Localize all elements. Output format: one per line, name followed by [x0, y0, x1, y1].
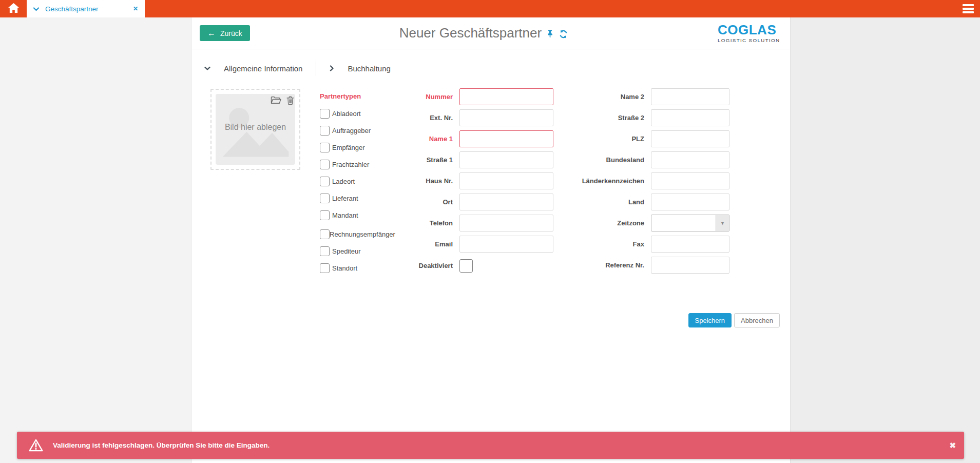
checkbox-label: Standort [332, 264, 357, 273]
field-row-name-2: Name 2 [542, 88, 729, 105]
validation-alert: Validierung ist fehlgeschlagen. Überprüf… [17, 432, 964, 459]
input-nummer[interactable] [459, 88, 553, 105]
input-name-2[interactable] [651, 88, 729, 105]
field-row-strasse-2: Straße 2 [542, 109, 729, 126]
input-strasse-2[interactable] [651, 109, 729, 126]
checkbox-standort[interactable] [320, 263, 330, 273]
field-row-zeitzone: Zeitzone ▼ [542, 215, 729, 232]
field-row-fax: Fax [542, 236, 729, 253]
checkbox-abladeort[interactable] [320, 109, 330, 119]
section-headers: Allgemeine Information Buchhaltung [204, 62, 790, 75]
field-label-bundesland: Bundesland [542, 151, 651, 168]
field-label-ext-nr: Ext. Nr. [374, 109, 459, 126]
field-label-name-1: Name 1 [374, 130, 459, 147]
checkbox-ladeort[interactable] [320, 177, 330, 186]
field-label-nummer: Nummer [374, 88, 459, 105]
back-button[interactable]: ← Zurück [200, 25, 250, 41]
back-button-label: Zurück [220, 29, 242, 37]
checkbox-label: Auftraggeber [332, 127, 371, 136]
chevron-down-icon [204, 66, 210, 71]
field-row-telefon: Telefon [374, 215, 553, 232]
form-column-middle: Nummer Ext. Nr. Name 1 Straße 1 Haus Nr.… [374, 88, 553, 277]
input-ext-nr[interactable] [459, 109, 553, 126]
logo-subtitle: LOGISTIC SOLUTION [718, 37, 782, 43]
checkbox-label: Empfänger [332, 144, 365, 152]
section-allgemeine-information[interactable]: Allgemeine Information [204, 64, 302, 73]
checkbox-label: Frachtzahler [332, 161, 369, 169]
input-strasse-1[interactable] [459, 151, 553, 168]
input-fax[interactable] [651, 236, 729, 253]
input-ort[interactable] [459, 194, 553, 210]
logo-name: COGLAS [718, 23, 782, 36]
save-button[interactable]: Speichern [688, 313, 732, 327]
input-referenz-nr[interactable] [651, 257, 729, 274]
field-label-plz: PLZ [542, 130, 651, 147]
checkbox-frachtzahler[interactable] [320, 160, 330, 169]
field-label-email: Email [374, 236, 459, 253]
checkbox-mandant[interactable] [320, 210, 330, 220]
input-name-1[interactable] [459, 130, 553, 147]
image-dropzone[interactable]: Bild hier ablegen [210, 89, 300, 170]
field-row-email: Email [374, 236, 553, 253]
field-row-referenz-nr: Referenz Nr. [542, 257, 729, 274]
zeitzone-dropdown-button[interactable]: ▼ [716, 215, 729, 231]
field-row-haus-nr: Haus Nr. [374, 172, 553, 189]
field-row-name-1: Name 1 [374, 130, 553, 147]
section-label: Buchhaltung [348, 64, 390, 73]
left-background-pane [0, 17, 191, 463]
checkbox-deaktiviert[interactable] [459, 259, 473, 273]
checkbox-label: Lieferant [332, 195, 358, 203]
trash-icon[interactable] [286, 96, 294, 105]
input-bundesland[interactable] [651, 151, 729, 168]
field-row-laenderkennzeichen: Länderkennzeichen [542, 172, 729, 189]
input-plz[interactable] [651, 130, 729, 147]
section-label: Allgemeine Information [224, 64, 302, 73]
input-telefon[interactable] [459, 215, 553, 232]
field-row-bundesland: Bundesland [542, 151, 729, 168]
section-buchhaltung[interactable]: Buchhaltung [330, 64, 390, 73]
field-row-ext-nr: Ext. Nr. [374, 109, 553, 126]
checkbox-spediteur[interactable] [320, 246, 330, 256]
checkbox-label: Abladeort [332, 110, 361, 119]
coglas-logo: COGLAS LOGISTIC SOLUTION [718, 23, 782, 43]
tab-close-icon[interactable]: ✕ [133, 5, 138, 12]
cancel-button[interactable]: Abbrechen [734, 313, 780, 327]
refresh-icon[interactable] [559, 29, 568, 39]
app-window: Geschäftspartner ✕ ← Zurück Neuer Geschä… [0, 0, 980, 463]
zeitzone-select[interactable]: ▼ [651, 215, 729, 232]
field-label-strasse-1: Straße 1 [374, 151, 459, 168]
caret-down-icon: ▼ [720, 221, 725, 226]
open-folder-icon[interactable] [270, 96, 281, 105]
checkbox-auftraggeber[interactable] [320, 126, 330, 136]
field-label-deaktiviert: Deaktiviert [374, 259, 459, 273]
alert-message: Validierung ist fehlgeschlagen. Überprüf… [53, 441, 270, 449]
top-navigation-bar: Geschäftspartner ✕ [0, 0, 980, 17]
checkbox-lieferant[interactable] [320, 194, 330, 203]
menu-hamburger-icon[interactable] [963, 3, 974, 15]
pin-icon[interactable] [546, 30, 554, 38]
field-row-ort: Ort [374, 194, 553, 210]
input-email[interactable] [459, 236, 553, 253]
alert-close-icon[interactable]: ✖ [949, 441, 956, 449]
field-label-name-2: Name 2 [542, 88, 651, 105]
field-label-haus-nr: Haus Nr. [374, 172, 459, 189]
field-label-zeitzone: Zeitzone [542, 215, 651, 232]
field-row-deaktiviert: Deaktiviert [374, 259, 553, 273]
checkbox-label: Mandant [332, 211, 358, 220]
input-land[interactable] [651, 194, 729, 210]
field-row-strasse-1: Straße 1 [374, 151, 553, 168]
checkbox-rechnungsempfaenger[interactable] [320, 229, 330, 239]
input-laenderkennzeichen[interactable] [651, 172, 729, 189]
input-haus-nr[interactable] [459, 172, 553, 189]
dropzone-text: Bild hier ablegen [216, 123, 295, 132]
tab-geschaeftspartner[interactable]: Geschäftspartner ✕ [27, 0, 145, 17]
checkbox-empfaenger[interactable] [320, 143, 330, 152]
chevron-down-icon[interactable] [33, 4, 39, 13]
home-icon [8, 3, 19, 15]
field-row-plz: PLZ [542, 130, 729, 147]
tab-label: Geschäftspartner [45, 5, 99, 13]
home-button[interactable] [0, 0, 27, 17]
page-header: ← Zurück Neuer Geschäftspartner [191, 17, 790, 49]
field-label-strasse-2: Straße 2 [542, 109, 651, 126]
checkbox-label: Ladeort [332, 178, 355, 186]
